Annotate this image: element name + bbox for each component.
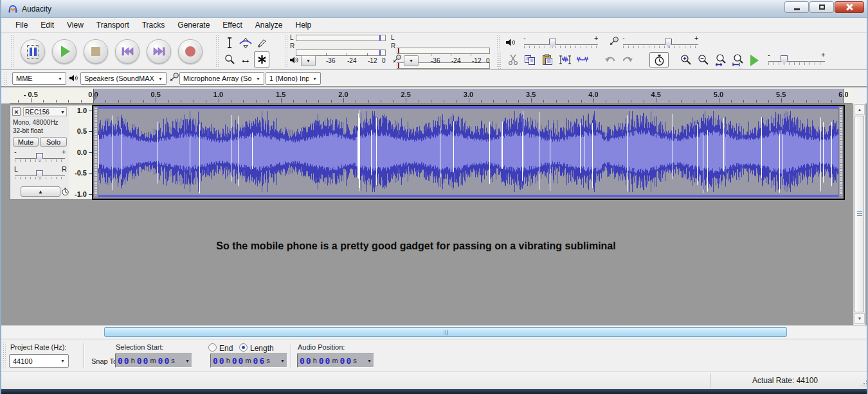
stopwatch-icon [654,54,665,66]
waveform[interactable] [98,109,838,195]
time-shift-tool-button[interactable]: ↔ [238,51,253,67]
collapse-track-button[interactable]: ▲ [21,186,60,197]
track-control-panel[interactable]: × REC156 ▼ Mono, 48000Hz 32-bit float Mu… [10,105,69,200]
minimize-button[interactable] [784,1,809,13]
close-icon [846,4,853,10]
vertical-ruler[interactable]: 1.0 0.5 0.0 -0.5 -1.0 [69,105,92,200]
output-slider-track[interactable] [524,44,598,45]
menu-transport[interactable]: Transport [90,18,136,32]
horizontal-scroll-thumb[interactable] [104,327,787,337]
skip-to-start-button[interactable] [115,39,140,64]
meter-toolbar-grip[interactable] [284,35,289,68]
cut-button[interactable] [505,52,521,67]
length-radio[interactable] [239,343,248,352]
maximize-button[interactable] [809,1,834,13]
length-radio-label[interactable]: Length [250,344,274,353]
close-button[interactable] [835,1,864,13]
project-rate-select[interactable]: 44100▼ [9,354,69,368]
zoom-tool-button[interactable] [222,51,237,67]
input-slider-track[interactable] [623,44,698,45]
toolbar-dock: ↔ L R ▼ -36 -24 -12 [1,33,868,70]
menu-edit[interactable]: Edit [34,18,60,32]
end-radio-label[interactable]: End [219,344,233,353]
recording-device-select[interactable]: Microphone Array (SoundMAX▼ [179,72,264,85]
transport-toolbar-grip[interactable] [10,35,15,68]
timeline-ruler[interactable] [10,89,852,103]
menu-tracks[interactable]: Tracks [136,18,172,32]
playback-meter-dropdown[interactable]: ▼ [301,55,316,66]
window-title: Audacity [22,4,51,13]
trim-audio-button[interactable] [557,52,573,67]
title-bar[interactable]: Audacity [1,0,868,18]
edit-toolbar [505,52,746,67]
resize-grip[interactable] [860,380,867,386]
fit-selection-button[interactable] [712,52,728,67]
clip-bottom-edge [98,195,838,197]
speed-slider-track[interactable] [768,61,825,62]
stop-button[interactable] [84,39,108,64]
output-volume-speaker-icon [505,38,516,47]
record-button[interactable] [178,39,203,64]
magnifier-icon [224,54,235,65]
playback-scale--24: -24 [347,57,356,64]
menu-effect[interactable]: Effect [216,18,248,32]
recording-scale--12: -12 [472,57,481,64]
skip-to-end-button[interactable] [147,39,171,64]
end-radio[interactable] [208,343,217,352]
silence-audio-button[interactable] [574,52,590,67]
multi-tool-button[interactable] [254,51,269,67]
audacity-window: Audacity File Edit View Transport Tracks… [0,0,868,394]
selection-tool-button[interactable] [222,35,237,51]
menu-analyze[interactable]: Analyze [249,18,289,32]
vertical-scroll-thumb[interactable] [854,116,864,312]
fit-selection-icon [714,54,727,66]
zoom-in-button[interactable] [678,52,694,67]
playback-device-speaker-icon [69,74,78,82]
play-at-speed-button[interactable] [746,53,763,68]
zoom-out-button[interactable] [695,52,711,67]
envelope-tool-button[interactable] [238,35,253,51]
playback-device-select[interactable]: Speakers (SoundMAX Integrat▼ [80,72,167,85]
clip-left-drag-handle[interactable] [93,106,98,197]
copy-button[interactable] [522,52,538,67]
solo-button[interactable]: Solo [40,137,67,147]
transcription-toolbar-grip[interactable] [738,52,743,69]
menu-generate[interactable]: Generate [171,18,216,32]
vruler-neg05: -0.5 [75,169,87,177]
selection-toolbar-grip[interactable] [3,342,7,369]
tools-toolbar-grip[interactable] [215,35,220,68]
menu-help[interactable]: Help [289,18,318,32]
selection-start-field[interactable]: 00h 00m 00s ▼ [115,354,192,368]
scroll-up-icon: ▲ [858,107,862,112]
playback-scale-0: 0 [382,57,386,64]
mute-button[interactable]: Mute [13,137,39,147]
recording-channels-select[interactable]: 1 (Mono) Input Ch▼ [266,72,321,85]
menu-view[interactable]: View [60,18,90,32]
device-toolbar-grip[interactable] [4,72,8,85]
menu-file[interactable]: File [9,18,34,32]
undo-button[interactable] [602,52,618,67]
selection-length-field[interactable]: 00h 00m 06s ▼ [210,354,287,368]
play-at-speed-icon [750,55,759,66]
scroll-up-button[interactable]: ▲ [854,104,865,115]
recording-meter-dropdown[interactable]: ▼ [404,55,419,66]
playback-scale--36: -36 [326,57,335,64]
play-button[interactable] [52,39,77,64]
draw-tool-button[interactable] [254,35,269,51]
device-toolbar: MME▼ Speakers (SoundMAX Integrat▼ Microp… [1,70,868,87]
track-close-button[interactable]: × [12,107,21,116]
paste-button[interactable] [539,52,556,67]
scroll-down-button[interactable]: ▼ [854,313,865,324]
edit-toolbar-grip[interactable] [498,52,502,69]
pause-button[interactable] [21,39,45,64]
multi-tool-icon [257,55,267,64]
redo-button[interactable] [619,52,635,67]
clip-right-drag-handle[interactable] [838,106,844,197]
audio-position-field[interactable]: 00h 00m 00s ▼ [297,354,374,368]
scroll-down-icon: ▼ [858,316,862,321]
playback-meter-right-label: R [290,42,294,49]
record-icon [185,46,195,57]
track-name-menu[interactable]: REC156 ▼ [23,107,67,116]
sync-lock-button[interactable] [649,52,669,67]
audio-host-select[interactable]: MME▼ [12,72,66,85]
